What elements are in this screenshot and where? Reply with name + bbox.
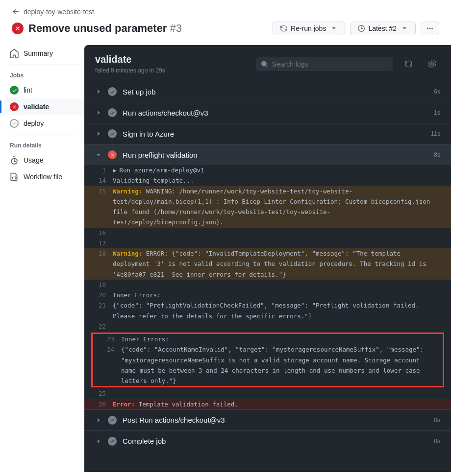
step-label: Run actions/checkout@v3 [123,109,428,117]
step-label: Complete job [123,437,428,445]
step-checkout[interactable]: Run actions/checkout@v3 1s [84,102,451,123]
sidebar-workflow-file-label: Workflow file [24,173,62,181]
step-label: Run preflight validation [123,151,428,159]
log-text: Validating template... [113,175,440,186]
log-ln: 22 [95,321,113,332]
caret-down-icon [330,24,338,32]
sidebar-summary[interactable]: Summary [4,45,84,62]
step-duration: 8s [434,151,440,158]
chevron-right-icon [95,130,102,137]
sidebar-summary-label: Summary [24,49,53,57]
log-text [113,388,440,399]
step-label: Set up job [123,88,428,96]
log-ln: 1 [95,165,113,175]
rerun-jobs-label: Re-run jobs [291,24,326,32]
sidebar: Summary Jobs lint validate deploy Run de… [0,45,84,472]
log-text: ▶Run azure/arm-deploy@v1 [113,165,440,175]
log-text: Inner Errors: [113,290,440,300]
check-icon [10,86,19,95]
sidebar-job-deploy[interactable]: deploy [4,115,84,132]
log-text: Error: Template validation failed. [113,399,440,409]
run-status-fail-icon [12,23,24,34]
search-logs-input[interactable] [272,60,388,68]
settings-button[interactable] [424,56,440,72]
log-ln: 20 [95,290,113,300]
sync-icon [404,60,413,68]
step-duration: 6s [434,88,440,95]
log-text [113,228,440,238]
log-text: Inner Errors: [121,334,432,344]
check-icon [108,129,117,138]
sidebar-usage[interactable]: Usage [4,152,84,168]
log-text: Warning: WARNING: /home/runner/work/toy-… [113,186,440,228]
divider [10,65,78,65]
log-panel: validate failed 8 minutes ago in 29s Set… [84,45,451,472]
log-ln: 23 [103,334,121,344]
page-title-text: Remove unused parameter [28,22,167,34]
log-ln: 15 [95,186,113,228]
log-output: 1▶Run azure/arm-deploy@v1 14Validating t… [84,165,451,409]
caret-down-icon [401,24,408,32]
sidebar-job-label: lint [24,86,32,94]
divider [10,135,78,135]
job-subtitle: failed 8 minutes ago in 29s [95,67,249,74]
sync-icon [280,24,288,32]
search-logs[interactable] [256,57,393,71]
x-icon [108,150,117,159]
sidebar-workflow-file[interactable]: Workflow file [4,168,84,185]
log-ln: 26 [95,399,113,409]
jobs-heading: Jobs [4,68,84,82]
latest-run-label: Latest #2 [368,24,397,32]
log-text: Warning: ERROR: {"code": "InvalidTemplat… [113,248,440,280]
highlight-box: 23Inner Errors: 24{"code": "AccountNameI… [91,333,444,387]
back-link-label: deploy-toy-website-test [24,8,94,16]
stopwatch-icon [10,156,19,165]
page-title: Remove unused parameter #3 [28,22,182,35]
step-duration: 0s [434,417,440,424]
step-label: Post Run actions/checkout@v3 [123,416,428,424]
log-ln: 17 [95,238,113,248]
log-ln: 25 [95,388,113,399]
check-icon [108,437,117,446]
search-icon [261,60,268,68]
back-link[interactable]: deploy-toy-website-test [12,8,439,16]
log-ln: 21 [95,300,113,321]
chevron-right-icon [95,438,102,445]
log-ln: 19 [95,280,113,290]
kebab-icon [426,24,434,32]
home-icon [10,49,19,58]
x-icon [10,102,19,111]
sidebar-job-validate[interactable]: validate [4,98,84,115]
log-text [113,238,440,248]
run-details-heading: Run details [4,138,84,152]
step-setup-job[interactable]: Set up job 6s [84,81,451,102]
step-duration: 11s [431,130,440,137]
log-ln: 16 [95,228,113,238]
chevron-right-icon [95,417,102,424]
latest-run-button[interactable]: Latest #2 [350,22,416,35]
chevron-right-icon [95,88,102,95]
check-icon [108,108,117,117]
chevron-down-icon [95,151,102,158]
log-text: {"code": "AccountNameInvalid", "target":… [121,344,432,386]
gear-icon [428,60,436,68]
check-icon [108,87,117,96]
sidebar-job-label: deploy [24,119,44,127]
step-preflight-validation[interactable]: Run preflight validation 8s [84,144,451,165]
rerun-jobs-button[interactable]: Re-run jobs [273,22,345,35]
log-text [113,280,440,290]
kebab-button[interactable] [421,22,439,35]
step-post-checkout[interactable]: Post Run actions/checkout@v3 0s [84,409,451,430]
step-complete-job[interactable]: Complete job 0s [84,430,451,452]
file-icon [10,172,19,181]
log-ln: 18 [95,248,113,280]
log-ln: 14 [95,175,113,186]
skip-icon [10,119,19,128]
step-label: Sign in to Azure [123,130,425,138]
sidebar-job-lint[interactable]: lint [4,82,84,98]
refresh-button[interactable] [400,56,417,72]
chevron-right-icon [95,109,102,116]
step-duration: 1s [434,109,440,116]
step-signin-azure[interactable]: Sign in to Azure 11s [84,123,451,144]
log-text: {"code": "PreflightValidationCheckFailed… [113,300,440,321]
